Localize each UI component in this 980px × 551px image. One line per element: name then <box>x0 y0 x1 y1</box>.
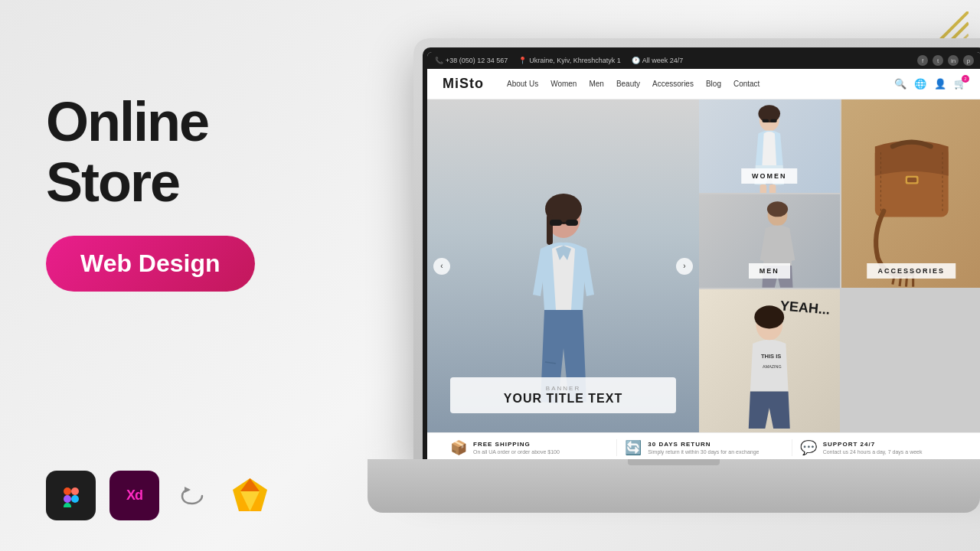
category-women[interactable]: WOMEN <box>699 99 840 193</box>
svg-text:THIS IS: THIS IS <box>761 353 781 360</box>
tools-row: Xd <box>46 471 275 520</box>
hours-info: 🕐 All week 24/7 <box>632 57 684 64</box>
svg-rect-6 <box>64 503 71 507</box>
svg-rect-16 <box>547 214 553 245</box>
site-logo[interactable]: MiSto <box>443 76 484 92</box>
return-icon: 🔄 <box>625 439 642 456</box>
website-screen: 📞 +38 (050) 12 34 567 📍 Ukraine, Kyiv, K… <box>427 52 980 462</box>
svg-rect-26 <box>760 184 767 193</box>
shipping-text: FREE SHIPPING On all UA order or order a… <box>473 441 560 455</box>
feature-return: 🔄 30 DAYS RETURN Simply return it within… <box>617 439 792 456</box>
twitter-icon[interactable]: t <box>933 55 943 66</box>
search-icon[interactable]: 🔍 <box>894 78 906 90</box>
svg-rect-3 <box>64 487 71 495</box>
yeah-text: YEAH... <box>780 298 831 317</box>
feature-support: 💬 SUPPORT 24/7 Contact us 24 hours a day… <box>792 439 966 456</box>
nav-blog[interactable]: Blog <box>706 80 721 88</box>
top-bar-info: 📞 +38 (050) 12 34 567 📍 Ukraine, Kyiv, K… <box>435 57 683 64</box>
cart-icon[interactable]: 🛒 2 <box>954 78 966 90</box>
accessories-label: ACCESSORIES <box>867 263 956 279</box>
nav-women[interactable]: Women <box>550 80 577 88</box>
facebook-icon[interactable]: f <box>917 55 928 66</box>
sketch-icon <box>225 471 275 520</box>
main-title: Online Store <box>46 92 337 213</box>
nav-about[interactable]: About Us <box>507 80 538 88</box>
laptop: 📞 +38 (050) 12 34 567 📍 Ukraine, Kyiv, K… <box>368 38 980 513</box>
main-content: BANNER YOUR TITLE TEXT ‹ › <box>427 99 980 432</box>
figma-icon <box>46 471 96 520</box>
laptop-base <box>368 459 980 513</box>
screen-bezel: 📞 +38 (050) 12 34 567 📍 Ukraine, Kyiv, K… <box>423 47 980 467</box>
phone-info: 📞 +38 (050) 12 34 567 <box>435 57 508 64</box>
location-icon: 📍 <box>518 57 527 64</box>
svg-rect-24 <box>762 119 769 122</box>
svg-rect-4 <box>71 487 79 495</box>
banner-next-button[interactable]: › <box>676 258 693 275</box>
category-grid: WOMEN THIS IS <box>699 99 980 432</box>
svg-rect-25 <box>770 119 777 122</box>
svg-point-7 <box>71 495 79 503</box>
category-men[interactable]: MEN <box>699 194 840 288</box>
nav-beauty[interactable]: Beauty <box>616 80 640 88</box>
nav-accessories[interactable]: Accessories <box>652 80 694 88</box>
svg-point-23 <box>758 105 780 122</box>
svg-rect-5 <box>64 495 71 503</box>
banner-prev-button[interactable]: ‹ <box>433 258 450 275</box>
category-trend[interactable]: THIS IS AMAZING YEAH... <box>699 289 840 433</box>
support-text: SUPPORT 24/7 Contact us 24 hours a day, … <box>823 441 923 455</box>
svg-point-33 <box>767 201 788 217</box>
support-icon: 💬 <box>800 439 817 456</box>
nav-icons: 🔍 🌐 👤 🛒 2 <box>894 78 966 90</box>
clock-icon: 🕐 <box>632 57 640 64</box>
nav-contact[interactable]: Contact <box>733 80 760 88</box>
social-links: f t in p <box>917 55 974 66</box>
web-design-badge: Web Design <box>46 236 255 292</box>
svg-rect-27 <box>769 184 776 193</box>
banner-overlay: BANNER YOUR TITLE TEXT <box>450 377 676 413</box>
svg-rect-17 <box>550 220 562 226</box>
shipping-icon: 📦 <box>450 439 467 456</box>
left-panel: Online Store Web Design <box>46 92 337 292</box>
svg-rect-36 <box>906 178 916 182</box>
women-label: WOMEN <box>741 168 798 184</box>
svg-rect-18 <box>566 220 578 226</box>
phone-icon: 📞 <box>435 57 443 64</box>
nav-links: About Us Women Men Beauty Accessories Bl… <box>507 80 894 88</box>
laptop-hinge <box>628 459 720 465</box>
xd-icon: Xd <box>109 471 159 520</box>
top-bar: 📞 +38 (050) 12 34 567 📍 Ukraine, Kyiv, K… <box>427 52 980 69</box>
nav-bar: MiSto About Us Women Men Beauty Accessor… <box>427 69 980 99</box>
category-accessories[interactable]: ACCESSORIES <box>841 99 981 288</box>
address-info: 📍 Ukraine, Kyiv, Khreshchatyk 1 <box>518 57 620 64</box>
men-label: MEN <box>749 263 790 279</box>
instagram-icon[interactable]: in <box>948 55 959 66</box>
globe-icon[interactable]: 🌐 <box>914 78 926 90</box>
banner-section: BANNER YOUR TITLE TEXT ‹ › <box>427 99 699 432</box>
svg-marker-8 <box>185 487 191 493</box>
pinterest-icon[interactable]: p <box>963 55 974 66</box>
feature-shipping: 📦 FREE SHIPPING On all UA order or order… <box>443 439 617 456</box>
return-text: 30 DAYS RETURN Simply return it within 3… <box>648 441 759 455</box>
laptop-body: 📞 +38 (050) 12 34 567 📍 Ukraine, Kyiv, K… <box>413 38 980 467</box>
cart-badge: 2 <box>962 75 969 83</box>
banner-label: BANNER <box>462 385 665 392</box>
features-bar: 📦 FREE SHIPPING On all UA order or order… <box>427 432 980 462</box>
nav-men[interactable]: Men <box>589 80 603 88</box>
undo-icon <box>173 477 211 515</box>
svg-text:AMAZING: AMAZING <box>763 364 782 369</box>
account-icon[interactable]: 👤 <box>934 78 946 90</box>
banner-title: YOUR TITLE TEXT <box>462 392 665 406</box>
